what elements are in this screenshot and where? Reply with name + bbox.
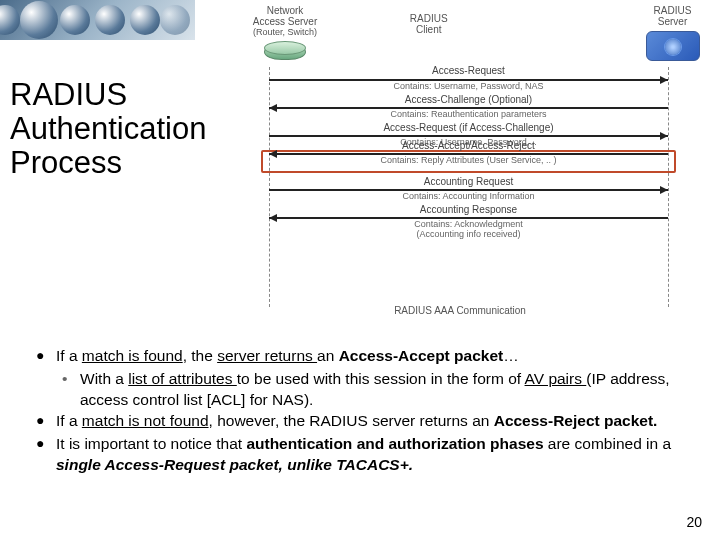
decorative-header (0, 0, 195, 40)
router-icon (264, 41, 306, 63)
bullet-item: If a match is not found, however, the RA… (30, 411, 690, 432)
page-number: 20 (686, 514, 702, 530)
highlighted-message: Access-Accept/Access-Reject Contains: Re… (261, 150, 676, 173)
bullet-item: It is important to notice that authentic… (30, 434, 690, 476)
arrow-right-icon (269, 189, 668, 191)
sequence-diagram: Network Access Server (Router, Switch) R… (210, 5, 710, 75)
message-list: Access-Request Contains: Username, Passw… (269, 67, 668, 242)
arrow-right-icon (269, 79, 668, 81)
bullet-item: If a match is found, the server returns … (30, 346, 690, 367)
endpoint-server: RADIUS Server (635, 5, 710, 61)
server-icon (646, 31, 700, 61)
page-title: RADIUS Authentication Process (10, 78, 210, 180)
arrow-left-icon (269, 153, 668, 155)
arrow-right-icon (269, 135, 668, 137)
sub-bullet-item: With a list of attributes to be used wit… (30, 369, 690, 411)
arrow-left-icon (269, 217, 668, 219)
arrow-left-icon (269, 107, 668, 109)
lifeline-server (668, 67, 669, 307)
endpoint-client: Network Access Server (Router, Switch) (210, 5, 360, 63)
diagram-caption: RADIUS AAA Communication (210, 305, 710, 316)
body-bullets: If a match is found, the server returns … (30, 346, 690, 478)
client-label: RADIUSClient (360, 5, 498, 35)
